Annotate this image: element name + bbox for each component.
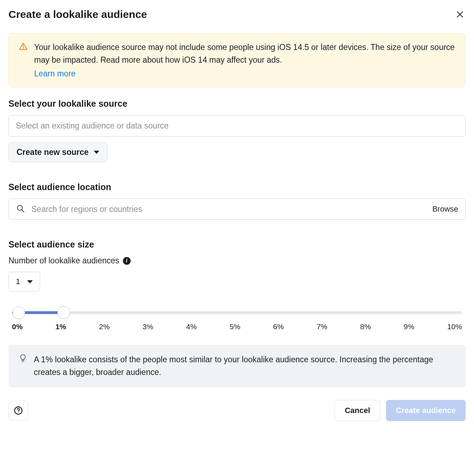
caret-down-icon [94, 151, 99, 154]
size-slider[interactable]: 0% 1% 2% 3% 4% 5% 6% 7% 8% 9% 10% [8, 311, 466, 331]
caret-down-icon [27, 280, 33, 283]
warning-banner: Your lookalike audience source may not i… [8, 33, 466, 87]
size-sub-label: Number of lookalike audiences i [8, 256, 466, 265]
help-icon [13, 406, 23, 415]
slider-tick: 0% [12, 322, 23, 331]
dialog-header: Create a lookalike audience [8, 8, 466, 20]
search-icon [16, 204, 25, 214]
location-search-input[interactable] [31, 205, 426, 214]
location-section: Select audience location Browse [8, 182, 466, 220]
svg-point-7 [18, 412, 19, 413]
slider-tick: 8% [360, 322, 371, 331]
slider-track [12, 311, 462, 314]
slider-tick: 2% [99, 322, 110, 331]
create-audience-button[interactable]: Create audience [386, 400, 466, 421]
audience-count-value: 1 [16, 277, 20, 286]
source-input[interactable]: Select an existing audience or data sour… [8, 115, 466, 137]
lightbulb-icon [18, 353, 27, 378]
slider-tick: 3% [143, 322, 153, 331]
dialog-footer: Cancel Create audience [8, 400, 466, 421]
size-title: Select audience size [8, 239, 466, 250]
dialog-title: Create a lookalike audience [8, 8, 147, 20]
slider-handle-end[interactable] [57, 306, 70, 319]
warning-text: Your lookalike audience source may not i… [34, 41, 455, 66]
slider-tick: 4% [186, 322, 197, 331]
location-title: Select audience location [8, 182, 466, 192]
size-sub-label-text: Number of lookalike audiences [8, 256, 119, 265]
learn-more-link[interactable]: Learn more [34, 69, 76, 79]
source-section: Select your lookalike source Select an e… [8, 99, 466, 162]
browse-link[interactable]: Browse [432, 205, 458, 214]
slider-handle-start[interactable] [12, 306, 25, 319]
slider-tick: 7% [317, 322, 327, 331]
slider-labels: 0% 1% 2% 3% 4% 5% 6% 7% 8% 9% 10% [12, 322, 462, 331]
tip-box: A 1% lookalike consists of the people mo… [8, 345, 466, 387]
location-search-box[interactable]: Browse [8, 199, 466, 220]
slider-tick: 6% [273, 322, 284, 331]
warning-icon [19, 42, 28, 79]
source-title: Select your lookalike source [8, 99, 466, 109]
slider-tick: 9% [404, 322, 414, 331]
footer-actions: Cancel Create audience [335, 400, 466, 421]
create-new-source-button[interactable]: Create new source [8, 142, 107, 162]
info-icon[interactable]: i [123, 257, 131, 265]
svg-point-3 [23, 48, 24, 49]
tip-text: A 1% lookalike consists of the people mo… [34, 353, 456, 378]
audience-count-dropdown[interactable]: 1 [8, 272, 40, 292]
close-button[interactable] [454, 9, 466, 20]
help-button[interactable] [8, 401, 28, 420]
slider-tick: 10% [447, 322, 462, 331]
slider-tick: 5% [230, 322, 240, 331]
svg-line-5 [22, 210, 24, 212]
create-new-source-label: Create new source [17, 148, 89, 157]
cancel-button[interactable]: Cancel [335, 400, 380, 421]
close-icon [455, 10, 464, 19]
slider-tick: 1% [56, 322, 66, 331]
size-section: Select audience size Number of lookalike… [8, 239, 466, 387]
